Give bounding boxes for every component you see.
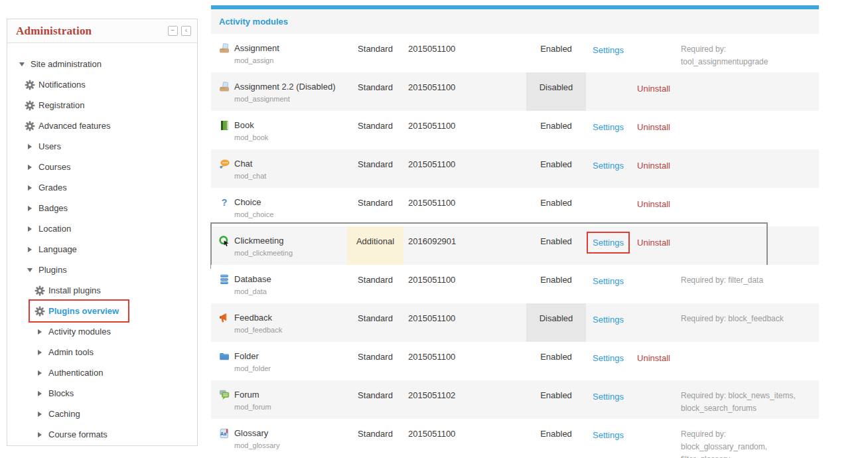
caret-right-toggle[interactable] xyxy=(25,206,35,211)
sidebar-item-label[interactable]: Caching xyxy=(48,409,80,419)
uninstall-link[interactable]: Uninstall xyxy=(637,353,670,363)
sidebar-item-label[interactable]: Notifications xyxy=(38,80,86,90)
caret-right-toggle[interactable] xyxy=(35,329,45,335)
caret-right-icon[interactable] xyxy=(28,206,32,211)
caret-right-icon[interactable] xyxy=(28,165,32,170)
sidebar-item-plugins-overview[interactable]: Plugins overview xyxy=(7,301,197,321)
sidebar-item-authentication[interactable]: Authentication xyxy=(7,362,197,383)
sidebar-item-courses[interactable]: Courses xyxy=(7,157,197,177)
sidebar-item-label[interactable]: Blocks xyxy=(48,388,74,398)
caret-right-icon[interactable] xyxy=(38,370,42,376)
sidebar-item-advanced-features[interactable]: Advanced features xyxy=(7,115,197,136)
caret-right-toggle[interactable] xyxy=(35,432,45,437)
settings-link[interactable]: Settings xyxy=(593,392,624,402)
settings-link[interactable]: Settings xyxy=(593,122,624,132)
sidebar-item-label[interactable]: Site administration xyxy=(31,59,102,69)
settings-link[interactable]: Settings xyxy=(593,430,624,440)
sidebar-item-label[interactable]: Authentication xyxy=(48,368,103,378)
caret-right-toggle[interactable] xyxy=(25,185,35,191)
uninstall-link[interactable]: Uninstall xyxy=(637,122,670,132)
settings-link[interactable]: Settings xyxy=(593,161,624,171)
sidebar-item-plugins[interactable]: Plugins xyxy=(7,260,197,280)
sidebar-item-label[interactable]: Plugins overview xyxy=(48,306,119,316)
caret-right-toggle[interactable] xyxy=(25,226,35,232)
sidebar-item-registration[interactable]: Registration xyxy=(7,95,197,115)
source-cell: Standard xyxy=(347,111,403,149)
uninstall-link[interactable]: Uninstall xyxy=(637,199,670,209)
settings-link[interactable]: Settings xyxy=(593,315,624,325)
settings-cell: Settings xyxy=(586,149,630,188)
module-name: Assignment xyxy=(234,43,279,53)
settings-cell: Settings xyxy=(586,34,630,72)
sidebar-item-grades[interactable]: Grades xyxy=(7,177,197,198)
settings-link[interactable]: Settings xyxy=(593,238,624,248)
module-name-cell: Assignment mod_assign xyxy=(211,34,347,72)
sidebar-item-label[interactable]: Plugins xyxy=(38,265,67,275)
sidebar-item-location[interactable]: Location xyxy=(7,218,197,239)
sidebar-item-label[interactable]: Registration xyxy=(38,100,84,110)
collapse-block-icon[interactable]: − xyxy=(168,26,178,36)
sidebar-item-label[interactable]: Badges xyxy=(38,203,68,213)
sidebar-item-label[interactable]: Grades xyxy=(38,183,67,192)
caret-right-icon[interactable] xyxy=(28,185,32,191)
sidebar-item-badges[interactable]: Badges xyxy=(7,198,197,218)
sidebar-item-admin-tools[interactable]: Admin tools xyxy=(7,342,197,362)
caret-right-toggle[interactable] xyxy=(25,144,35,149)
sidebar-item-label[interactable]: Activity modules xyxy=(48,327,111,337)
caret-right-toggle[interactable] xyxy=(35,370,45,376)
sidebar-item-label[interactable]: Location xyxy=(38,224,71,234)
status-cell: Enabled xyxy=(526,226,586,265)
sidebar-item-users[interactable]: Users xyxy=(7,136,197,157)
sidebar-item-label[interactable]: Language xyxy=(38,244,77,254)
caret-down-icon[interactable] xyxy=(19,62,25,66)
sidebar-item-notifications[interactable]: Notifications xyxy=(7,74,197,95)
sidebar-item-label[interactable]: Course formats xyxy=(48,429,108,439)
caret-right-icon[interactable] xyxy=(28,226,32,232)
sidebar-item-install-plugins[interactable]: Install plugins xyxy=(7,280,197,301)
settings-link[interactable]: Settings xyxy=(593,45,624,55)
sidebar-item-label[interactable]: Admin tools xyxy=(48,347,94,357)
dock-block-icon[interactable]: ‹ xyxy=(181,26,191,36)
gear-icon xyxy=(25,121,35,131)
caret-right-toggle[interactable] xyxy=(35,350,45,355)
caret-right-toggle[interactable] xyxy=(35,391,45,396)
caret-right-icon[interactable] xyxy=(38,391,42,396)
sidebar-item-blocks[interactable]: Blocks xyxy=(7,383,197,404)
settings-cell xyxy=(586,72,630,111)
gear-icon xyxy=(35,306,45,317)
uninstall-link[interactable]: Uninstall xyxy=(637,161,670,171)
module-name: Chat xyxy=(234,159,266,169)
sidebar-item-activity-modules[interactable]: Activity modules xyxy=(7,321,197,342)
caret-right-toggle[interactable] xyxy=(25,247,35,252)
sidebar-item-site-administration[interactable]: Site administration xyxy=(7,54,197,74)
book-icon xyxy=(219,120,230,131)
caret-right-icon[interactable] xyxy=(28,247,32,252)
caret-down-toggle[interactable] xyxy=(25,268,35,272)
svg-text:?: ? xyxy=(222,197,228,208)
sidebar-item-course-formats[interactable]: Course formats xyxy=(7,424,197,445)
sidebar-item-label[interactable]: Users xyxy=(38,141,61,151)
module-name-cell: Aa Glossary mod_glossary xyxy=(211,419,347,457)
module-component: mod_folder xyxy=(234,364,271,372)
caret-down-toggle[interactable] xyxy=(17,62,27,66)
caret-right-icon[interactable] xyxy=(38,350,42,355)
settings-link[interactable]: Settings xyxy=(593,276,624,286)
sidebar-item-label[interactable]: Courses xyxy=(38,162,70,172)
caret-right-toggle[interactable] xyxy=(25,165,35,170)
sidebar-item-label[interactable]: Install plugins xyxy=(48,285,101,295)
sidebar-item-label[interactable]: Advanced features xyxy=(38,121,110,131)
sidebar-item-caching[interactable]: Caching xyxy=(7,404,197,424)
module-component: mod_assignment xyxy=(234,95,335,103)
caret-down-icon[interactable] xyxy=(27,268,33,272)
caret-right-icon[interactable] xyxy=(38,412,42,417)
uninstall-link[interactable]: Uninstall xyxy=(637,84,670,94)
sidebar-item-language[interactable]: Language xyxy=(7,239,197,260)
notes xyxy=(677,342,819,380)
module-name-cell: Assignment 2.2 (Disabled) mod_assignment xyxy=(211,72,347,111)
settings-link[interactable]: Settings xyxy=(593,353,624,363)
caret-right-icon[interactable] xyxy=(38,329,42,335)
caret-right-icon[interactable] xyxy=(38,432,42,437)
uninstall-link[interactable]: Uninstall xyxy=(637,238,670,248)
caret-right-icon[interactable] xyxy=(28,144,32,149)
caret-right-toggle[interactable] xyxy=(35,412,45,417)
